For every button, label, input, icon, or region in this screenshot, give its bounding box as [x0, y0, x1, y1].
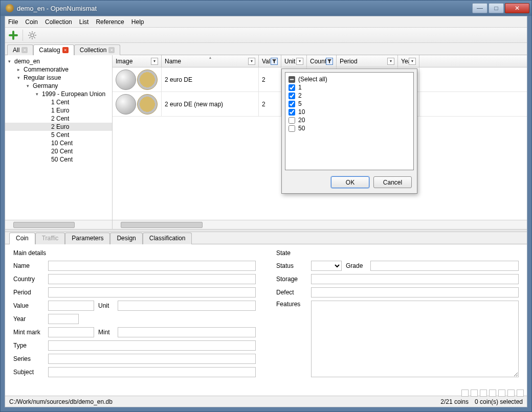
tree-item[interactable]: 1 Euro	[5, 106, 112, 115]
menu-help[interactable]: Help	[131, 18, 144, 26]
tree-hscroll[interactable]	[5, 220, 112, 229]
minimize-button[interactable]: —	[472, 3, 487, 13]
list-tabs: All × Catalog × Collection ×	[5, 43, 527, 55]
toolbar	[5, 28, 527, 43]
filter-checkbox[interactable]	[289, 117, 295, 124]
label-series: Series	[13, 355, 44, 362]
filter-option[interactable]: 2	[289, 92, 410, 99]
column-filter-icon[interactable]: ▾	[409, 58, 416, 65]
tab-close-icon[interactable]: ×	[62, 47, 69, 53]
column-header-image[interactable]: Image▾	[113, 55, 162, 67]
maximize-button[interactable]: □	[489, 3, 504, 13]
series-field[interactable]	[48, 354, 256, 364]
gear-icon[interactable]	[27, 30, 37, 40]
menu-collection[interactable]: Collection	[45, 18, 72, 26]
detail-tab-parameters[interactable]: Parameters	[65, 233, 110, 244]
tab-label: Catalog	[39, 47, 60, 54]
tree-item[interactable]: 10 Cent	[5, 139, 112, 147]
select-all-checkbox[interactable]	[289, 76, 295, 83]
tree-item[interactable]: 20 Cent	[5, 147, 112, 155]
column-filter-icon[interactable]: ▾	[151, 58, 158, 65]
tree-item[interactable]: 50 Cent	[5, 155, 112, 164]
column-header-year[interactable]: Yea▾	[398, 55, 419, 67]
column-header-period[interactable]: Period▾	[337, 55, 398, 67]
column-filter-icon[interactable]: ▾	[248, 58, 255, 65]
label-unit: Unit	[98, 302, 114, 309]
storage-field[interactable]	[311, 274, 519, 284]
column-header-country[interactable]: Countr	[307, 55, 337, 67]
tab-close-icon[interactable]: ×	[108, 47, 115, 53]
thumb-slot[interactable]	[498, 390, 505, 397]
defect-field[interactable]	[311, 287, 519, 297]
value-field[interactable]	[48, 301, 94, 311]
filter-checkbox[interactable]	[289, 125, 295, 132]
label-grade: Grade	[346, 262, 366, 269]
filter-options-list[interactable]: (Select all) 125102050	[285, 72, 414, 170]
unit-field[interactable]	[118, 301, 256, 311]
detail-tab-classification[interactable]: Classification	[143, 233, 192, 244]
filter-select-all[interactable]: (Select all)	[289, 76, 410, 83]
menu-coin[interactable]: Coin	[25, 18, 38, 26]
tree-item[interactable]: ▾demo_en	[5, 57, 112, 65]
column-header-name[interactable]: Name▾▴	[162, 55, 259, 67]
thumb-slot[interactable]	[517, 390, 524, 397]
detail-tab-design[interactable]: Design	[110, 233, 142, 244]
thumb-slot[interactable]	[471, 390, 478, 397]
filter-checkbox[interactable]	[289, 109, 295, 116]
add-icon[interactable]	[8, 30, 18, 40]
mintmark-field[interactable]	[48, 327, 94, 337]
thumb-slot[interactable]	[489, 390, 496, 397]
tab-all[interactable]: All ×	[7, 44, 33, 55]
tab-catalog[interactable]: Catalog ×	[33, 44, 74, 55]
tree-item[interactable]: 1 Cent	[5, 98, 112, 106]
thumb-slot[interactable]	[480, 390, 487, 397]
menu-reference[interactable]: Reference	[96, 18, 124, 26]
status-select[interactable]	[311, 261, 342, 271]
mint-field[interactable]	[118, 327, 256, 337]
svg-line-6	[34, 37, 35, 38]
tree-item[interactable]: ▾1999 - European Union	[5, 90, 112, 98]
column-filter-icon[interactable]: ▾	[296, 58, 303, 65]
svg-line-7	[34, 32, 35, 33]
menu-file[interactable]: File	[8, 18, 18, 26]
detail-tab-coin[interactable]: Coin	[9, 233, 35, 244]
tree-item[interactable]: ▸Commemorative	[5, 65, 112, 74]
tree-item[interactable]: ▾Germany	[5, 82, 112, 90]
menu-list[interactable]: List	[79, 18, 89, 26]
filter-checkbox[interactable]	[289, 84, 295, 91]
tree-item[interactable]: 5 Cent	[5, 131, 112, 139]
subject-field[interactable]	[48, 367, 256, 377]
grade-field[interactable]	[370, 261, 519, 271]
filter-checkbox[interactable]	[289, 101, 295, 107]
thumb-slot[interactable]	[507, 390, 515, 397]
tab-collection[interactable]: Collection ×	[74, 44, 121, 55]
period-field[interactable]	[48, 287, 256, 297]
filter-option[interactable]: 50	[289, 125, 410, 132]
ok-button[interactable]: OK	[331, 176, 369, 188]
column-header-unit[interactable]: Unit▾	[281, 55, 307, 67]
year-field[interactable]	[48, 314, 79, 324]
filter-checkbox[interactable]	[289, 93, 295, 99]
tab-label: Collection	[80, 47, 107, 54]
tree-item[interactable]: 2 Cent	[5, 115, 112, 123]
column-filter-icon[interactable]: ▾	[387, 58, 394, 65]
filter-option[interactable]: 1	[289, 84, 410, 91]
tree-item[interactable]: ▾Regular issue	[5, 74, 112, 82]
column-filter-icon[interactable]	[326, 58, 333, 65]
tree-item[interactable]: 2 Euro	[5, 123, 112, 131]
thumb-slot[interactable]	[461, 390, 469, 397]
column-header-value[interactable]: Valu	[259, 55, 281, 67]
name-field[interactable]	[48, 261, 256, 271]
close-button[interactable]: ✕	[505, 3, 529, 13]
tab-close-icon[interactable]: ×	[21, 47, 28, 53]
features-field[interactable]	[311, 301, 519, 377]
filter-option[interactable]: 10	[289, 108, 410, 116]
cancel-button[interactable]: Cancel	[373, 176, 412, 188]
grid-hscroll[interactable]	[113, 220, 527, 229]
filter-option[interactable]: 20	[289, 117, 410, 124]
tree[interactable]: ▾demo_en▸Commemorative▾Regular issue▾Ger…	[5, 55, 112, 220]
country-field[interactable]	[48, 274, 256, 284]
type-field[interactable]	[48, 340, 256, 351]
filter-option[interactable]: 5	[289, 100, 410, 107]
column-filter-icon[interactable]	[271, 58, 278, 65]
